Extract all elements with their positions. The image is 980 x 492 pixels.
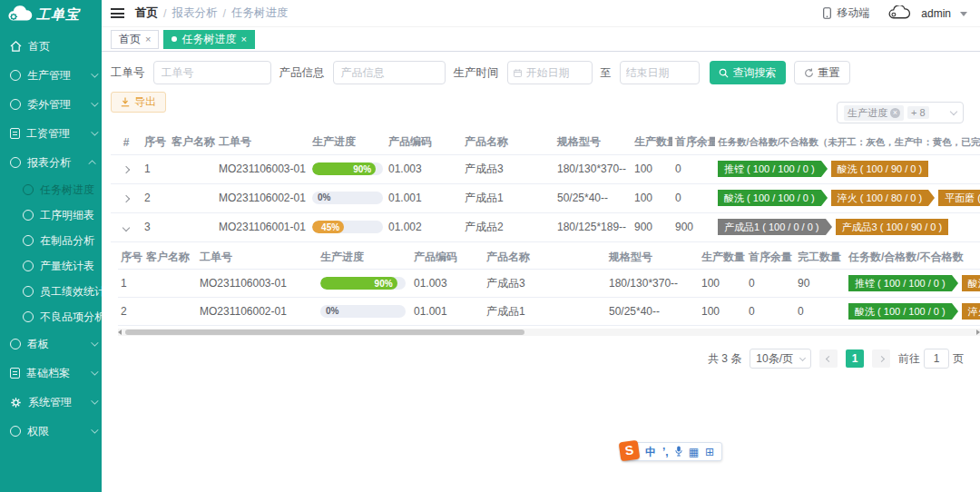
sidebar-item-home[interactable]: 首页 [0, 32, 102, 61]
sidebar-item-process-detail[interactable]: 工序明细表 [0, 202, 102, 228]
page-number-current[interactable]: 1 [846, 349, 864, 368]
sidebar-item-permissions[interactable]: 权限 [0, 417, 102, 446]
toolbox-grid-icon[interactable]: ⊞ [705, 447, 714, 458]
expand-icon[interactable] [122, 195, 130, 202]
tag-remove-icon[interactable]: × [890, 108, 900, 118]
wip-icon [23, 235, 34, 246]
sub-col-spec: 规格型号 [606, 246, 699, 270]
table-row[interactable]: 2 MO231106002-01 0% 01.001 产成品1 50/25*40… [111, 183, 980, 212]
col-qty: 生产数量 [632, 131, 672, 154]
username[interactable]: admin [921, 7, 951, 20]
page-size-select[interactable]: 10条/页 [750, 349, 811, 369]
task-tag-working: 淬火 ( 100 / 80 / 0 ) [831, 190, 929, 206]
task-tag-working: 酸洗 ( 100 / 90 / 0 ) [962, 275, 980, 291]
date-range-separator: 至 [601, 65, 612, 81]
toolbar-row: 导出 生产进度 × + 8 [111, 92, 980, 123]
sidebar-item-task-tree-progress[interactable]: 任务树进度 [0, 177, 102, 202]
user-dropdown-caret-icon[interactable] [960, 12, 967, 16]
end-date-input[interactable] [620, 61, 700, 84]
scroll-right-icon[interactable] [976, 330, 980, 335]
col-first-qty: 首序余量 [672, 131, 715, 154]
tab-task-tree-progress[interactable]: 任务树进度 × [163, 30, 254, 49]
app-title: 工单宝 [36, 6, 80, 24]
sidebar-item-wip-analysis[interactable]: 在制品分析 [0, 228, 102, 253]
task-tag-working: 平面磨 ( 100 / 70 / 0 ) [938, 190, 980, 206]
production-time-label: 生产时间 [454, 65, 499, 81]
task-tree-icon [23, 184, 34, 195]
column-filter-tag[interactable]: 生产进度 × [844, 105, 904, 121]
sidebar-item-outsourcing[interactable]: 委外管理 [0, 90, 102, 119]
total-count: 共 3 条 [708, 351, 741, 367]
sidebar: 工单宝 首页 生产管理 委外管理 工资管理 报表分析 任务树进度 [0, 0, 102, 492]
expand-icon[interactable] [122, 166, 130, 173]
search-icon [719, 68, 729, 78]
chevron-down-icon [91, 368, 98, 375]
home-icon [10, 41, 22, 52]
reset-button[interactable]: 重置 [794, 61, 850, 84]
avatar[interactable] [887, 5, 911, 21]
breadcrumb-home[interactable]: 首页 [135, 5, 158, 21]
close-icon[interactable]: × [240, 34, 246, 44]
sub-table-row[interactable]: 1 MO231106003-01 90% 01.003 产成品3 180/130… [118, 270, 980, 298]
sidebar-item-employee-performance[interactable]: 员工绩效统计 [0, 279, 102, 304]
chevron-down-icon [91, 426, 98, 433]
tab-home[interactable]: 首页 × [111, 30, 159, 49]
sidebar-item-payroll[interactable]: 工资管理 [0, 119, 102, 148]
col-seq: 序号 [142, 131, 169, 154]
active-dot-icon [172, 36, 177, 42]
sidebar-item-report-analysis[interactable]: 报表分析 [0, 148, 102, 177]
sub-col-code: 产品编码 [411, 246, 484, 270]
ime-lang-toggle[interactable]: 中 [645, 447, 656, 458]
defect-icon [23, 311, 34, 322]
ime-punctuation-toggle[interactable]: ’, [662, 447, 669, 458]
chevron-down-icon [91, 128, 98, 135]
col-expand: # [111, 131, 142, 154]
collapse-icon[interactable] [122, 224, 130, 231]
col-code: 产品编码 [386, 131, 462, 154]
sub-col-progress: 生产进度 [318, 246, 411, 270]
sidebar-item-system-settings[interactable]: 系统管理 [0, 388, 102, 417]
start-date-input[interactable] [507, 61, 593, 84]
chevron-down-icon [91, 397, 98, 404]
production-icon [10, 70, 21, 81]
sidebar-item-production[interactable]: 生产管理 [0, 61, 102, 90]
chevron-up-icon [88, 160, 95, 167]
microphone-icon[interactable] [675, 446, 682, 458]
product-info-label: 产品信息 [279, 65, 325, 81]
sidebar-item-defect-analysis[interactable]: 不良品项分析 [0, 304, 102, 330]
breadcrumb-report[interactable]: 报表分析 [172, 5, 217, 21]
table-row[interactable]: 3 MO231106001-01 45% 01.002 产成品2 180/125… [111, 212, 980, 241]
hamburger-menu-icon[interactable] [111, 8, 124, 18]
scroll-left-icon[interactable] [118, 330, 122, 335]
sidebar-item-output-stats[interactable]: 产量统计表 [0, 253, 102, 279]
expanded-row: 序号 客户名称 工单号 生产进度 产品编码 产品名称 规格型号 生产数量 首序余… [111, 241, 980, 336]
sidebar-menu: 首页 生产管理 委外管理 工资管理 报表分析 任务树进度 工序明细表 [0, 32, 102, 446]
task-tree-table: # 序号 客户名称 工单号 生产进度 产品编码 产品名称 规格型号 生产数量 首… [111, 131, 980, 336]
search-button[interactable]: 查询搜索 [710, 61, 786, 84]
column-filter-select[interactable]: 生产进度 × + 8 [837, 102, 964, 123]
app-logo[interactable]: 工单宝 [0, 0, 102, 30]
table-row[interactable]: 1 MO231106003-01 90% 01.003 产成品3 180/130… [111, 154, 980, 183]
sogou-logo-icon[interactable]: S [619, 439, 641, 461]
goto-page-input[interactable] [924, 349, 949, 369]
next-page-button[interactable] [872, 349, 890, 368]
horizontal-scrollbar[interactable] [118, 329, 980, 336]
sidebar-item-base-archive[interactable]: 基础档案 [0, 359, 102, 388]
permissions-icon [10, 426, 21, 437]
prev-page-button[interactable] [819, 349, 838, 368]
mobile-link[interactable]: 移动端 [837, 5, 869, 21]
process-detail-icon [23, 210, 34, 221]
sub-table-row[interactable]: 2 MO231106002-01 0% 01.001 产成品1 50/25*40… [118, 298, 980, 326]
keyboard-icon[interactable]: ▦ [689, 447, 699, 458]
sidebar-item-kanban[interactable]: 看板 [0, 330, 102, 359]
filter-bar: 工单号 产品信息 生产时间 至 查询搜索 [111, 60, 980, 85]
mobile-phone-icon [823, 7, 831, 19]
document-icon [10, 128, 20, 139]
export-button[interactable]: 导出 [111, 92, 166, 113]
task-tag-done: 酸洗 ( 100 / 100 / 0 ) [718, 190, 821, 206]
order-no-input[interactable] [153, 61, 271, 84]
scrollbar-thumb[interactable] [125, 330, 524, 335]
product-info-input[interactable] [333, 61, 446, 84]
sub-col-first-qty: 首序余量 [746, 246, 795, 270]
close-icon[interactable]: × [145, 34, 151, 44]
